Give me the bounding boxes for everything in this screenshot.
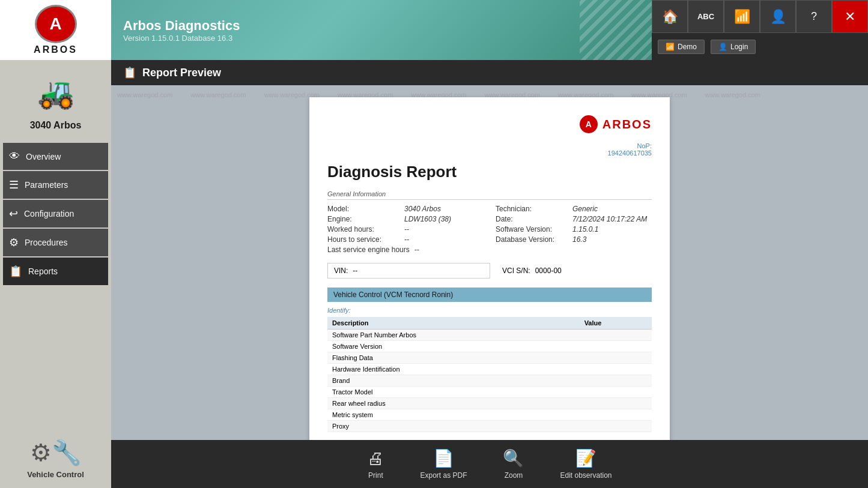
date-value: 7/12/2024 10:17:22 AM xyxy=(572,215,647,223)
procedures-icon: ⚙ xyxy=(9,236,19,249)
vin-row: VIN: -- VCI S/N: 0000-00 xyxy=(327,263,652,279)
nop-value: 194240617035 xyxy=(608,149,652,157)
demo-button[interactable]: 📶 Demo xyxy=(658,40,705,54)
model-value: 3040 Arbos xyxy=(404,205,441,213)
hours-to-service-label: Hours to service: xyxy=(327,235,399,244)
table-row: Software Part Number Arbos xyxy=(327,330,652,341)
row-description: Rear wheel radius xyxy=(327,398,580,409)
wifi-button[interactable]: 📶 xyxy=(724,0,760,33)
header-middle: Arbos Diagnostics Version 1.15.0.1 Datab… xyxy=(111,0,652,60)
table-row: Brand xyxy=(327,375,652,387)
reports-label: Reports xyxy=(28,267,58,276)
date-label: Date: xyxy=(496,215,568,223)
software-version-label: Software Version: xyxy=(496,225,568,233)
export-pdf-button[interactable]: 📄 Export as PDF xyxy=(420,448,467,480)
report-nop: NoP: 194240617035 xyxy=(327,142,652,157)
vehicle-control-icon: ⚙🔧 xyxy=(30,439,82,467)
vc-identify-label: Identify: xyxy=(327,307,652,314)
row-description: Tractor Model xyxy=(327,387,580,398)
technician-label: Technician: xyxy=(496,205,568,213)
edit-observation-button[interactable]: 📝 Edit observation xyxy=(560,448,612,480)
row-description: Metric system xyxy=(327,409,580,421)
configuration-label: Configuration xyxy=(24,209,74,218)
home-button[interactable]: 🏠 xyxy=(652,0,688,33)
logo-area: A ARBOS xyxy=(0,0,111,60)
row-value xyxy=(580,330,652,341)
report-title: Diagnosis Report xyxy=(327,163,652,181)
row-value xyxy=(580,421,652,432)
last-service-value: -- xyxy=(414,246,419,254)
table-row: Proxy xyxy=(327,421,652,432)
report-area: www.waregod.comwww.waregod.comwww.warego… xyxy=(111,85,868,440)
edit-observation-label: Edit observation xyxy=(560,471,612,480)
sidebar: 🚜 3040 Arbos 👁 Overview ☰ Parameters ↩ C… xyxy=(0,60,111,488)
engine-label: Engine: xyxy=(327,215,399,223)
zoom-label: Zoom xyxy=(505,471,523,480)
overview-icon: 👁 xyxy=(9,150,20,163)
close-button[interactable]: ✕ xyxy=(832,0,868,33)
sidebar-item-parameters[interactable]: ☰ Parameters xyxy=(3,171,108,199)
report-logo: A ARBOS xyxy=(580,115,652,133)
table-row: Flashing Data xyxy=(327,352,652,364)
user-small-icon: 👤 xyxy=(718,43,727,51)
header-right: 🏠 ABC 📶 👤 ? ✕ 📶 Demo 👤 Login xyxy=(652,0,868,60)
app-version: Version 1.15.0.1 Database 16.3 xyxy=(123,34,640,43)
vin-box: VIN: -- xyxy=(327,263,490,279)
engine-row: Engine: LDW1603 (38) xyxy=(327,215,484,223)
row-value xyxy=(580,364,652,375)
vci-sn-label: VCI S/N: xyxy=(502,267,530,275)
vin-value: -- xyxy=(353,267,357,275)
last-service-label: Last service engine hours xyxy=(327,246,410,254)
vehicle-control-section-header: Vehicle Control (VCM Tecnord Ronin) xyxy=(327,288,652,302)
zoom-button[interactable]: 🔍 Zoom xyxy=(503,448,524,480)
print-icon: 🖨 xyxy=(367,448,384,468)
parameters-label: Parameters xyxy=(25,180,68,190)
row-value xyxy=(580,387,652,398)
login-button[interactable]: 👤 Login xyxy=(711,40,756,54)
demo-label: Demo xyxy=(678,43,697,51)
row-value xyxy=(580,352,652,364)
col-value: Value xyxy=(580,317,652,330)
wifi-small-icon: 📶 xyxy=(666,43,675,51)
report-preview-icon: 📋 xyxy=(123,66,136,79)
vehicle-control-label: Vehicle Control xyxy=(27,470,84,479)
sidebar-item-reports[interactable]: 📋 Reports xyxy=(3,258,108,285)
report-logo-circle: A xyxy=(580,115,598,133)
technician-value: Generic xyxy=(572,205,598,213)
table-row: Rear wheel radius xyxy=(327,398,652,409)
vin-label: VIN: xyxy=(334,267,348,275)
header-bottom-buttons: 📶 Demo 👤 Login xyxy=(652,33,868,60)
table-row: Software Version xyxy=(327,341,652,352)
overview-label: Overview xyxy=(26,152,61,161)
software-version-row: Software Version: 1.15.0.1 xyxy=(496,225,652,233)
vci-sn-row: VCI S/N: 0000-00 xyxy=(502,263,652,279)
worked-hours-value: -- xyxy=(404,225,409,233)
sidebar-item-configuration[interactable]: ↩ Configuration xyxy=(3,200,108,227)
user-button[interactable]: 👤 xyxy=(760,0,796,33)
logo-icon: A xyxy=(35,5,77,43)
report-document: A ARBOS NoP: 194240617035 Diagnosis Repo… xyxy=(309,97,670,440)
row-value xyxy=(580,375,652,387)
vehicle-control-table: Description Value Software Part Number A… xyxy=(327,317,652,432)
hours-to-service-value: -- xyxy=(404,235,409,244)
help-button[interactable]: ? xyxy=(796,0,832,33)
login-label: Login xyxy=(730,43,748,51)
print-button[interactable]: 🖨 Print xyxy=(367,448,384,480)
main-container: 🚜 3040 Arbos 👁 Overview ☰ Parameters ↩ C… xyxy=(0,60,868,488)
vehicle-control-section[interactable]: ⚙🔧 Vehicle Control xyxy=(0,430,111,488)
language-button[interactable]: ABC xyxy=(688,0,724,33)
row-value xyxy=(580,409,652,421)
logo-text: ARBOS xyxy=(34,44,77,55)
configuration-icon: ↩ xyxy=(9,207,18,220)
row-description: Flashing Data xyxy=(327,352,580,364)
content-area: 📋 Report Preview www.waregod.comwww.ware… xyxy=(111,60,868,488)
sidebar-item-overview[interactable]: 👁 Overview xyxy=(3,143,108,170)
worked-hours-label: Worked hours: xyxy=(327,225,399,233)
vehicle-info: 🚜 3040 Arbos xyxy=(0,60,111,140)
nav-items: 👁 Overview ☰ Parameters ↩ Configuration … xyxy=(0,140,111,288)
app-title: Arbos Diagnostics xyxy=(123,18,640,34)
database-version-value: 16.3 xyxy=(572,235,586,244)
nop-label: NoP: xyxy=(637,142,652,149)
sidebar-item-procedures[interactable]: ⚙ Procedures xyxy=(3,229,108,256)
database-version-row: Database Version: 16.3 xyxy=(496,235,652,244)
